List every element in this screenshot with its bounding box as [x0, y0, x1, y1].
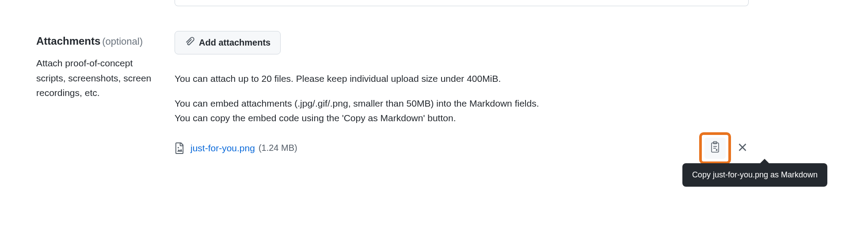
remove-attachment-button[interactable]: [736, 142, 749, 154]
callout-highlight: [699, 132, 731, 164]
copy-markdown-button[interactable]: [704, 138, 726, 159]
section-sidebar: Attachments (optional) Attach proof-of-c…: [0, 0, 175, 154]
section-content: Add attachments You can attach up to 20 …: [175, 0, 868, 154]
add-attachments-label: Add attachments: [199, 38, 270, 48]
help-text-files: You can attach up to 20 files. Please ke…: [175, 71, 555, 86]
paperclip-icon: [185, 37, 194, 49]
attachments-section: Attachments (optional) Attach proof-of-c…: [0, 0, 868, 154]
attachment-file-link[interactable]: just-for-you.png: [190, 143, 255, 154]
attachment-row: just-for-you.png (1.24 MB): [175, 142, 749, 154]
close-icon: [738, 143, 747, 153]
svg-rect-1: [712, 143, 719, 152]
section-description: Attach proof-of-concept scripts, screens…: [36, 56, 160, 100]
attachment-file-size: (1.24 MB): [259, 143, 297, 153]
tooltip-text: Copy just-for-you.png as Markdown: [692, 170, 818, 179]
add-attachments-button[interactable]: Add attachments: [175, 31, 281, 54]
section-heading: Attachments: [36, 35, 100, 47]
previous-field-edge: [175, 0, 749, 6]
attachment-actions: Copy just-for-you.png as Markdown: [699, 132, 749, 164]
clipboard-icon: [710, 141, 720, 155]
svg-point-0: [178, 147, 179, 148]
file-image-icon: [175, 142, 184, 154]
copy-markdown-tooltip: Copy just-for-you.png as Markdown: [682, 163, 827, 187]
help-text-embed: You can embed attachments (.jpg/.gif/.pn…: [175, 96, 555, 126]
section-heading-row: Attachments (optional): [36, 34, 175, 48]
optional-label: (optional): [102, 36, 143, 47]
